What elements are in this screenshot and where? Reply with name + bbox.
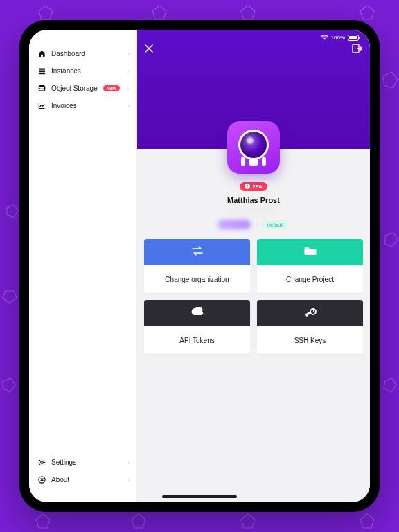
svg-rect-25 bbox=[247, 185, 248, 187]
card-header bbox=[257, 300, 363, 326]
card-header bbox=[257, 239, 363, 265]
card-ssh-keys[interactable]: SSH Keys bbox=[257, 300, 363, 354]
svg-marker-2 bbox=[241, 6, 255, 19]
tablet-device-frame: 100% Dashboard › Instances bbox=[19, 20, 380, 512]
svg-rect-17 bbox=[38, 68, 44, 69]
sidebar-item-label: Invoices bbox=[51, 102, 77, 109]
logout-icon[interactable] bbox=[352, 44, 363, 53]
chevron-right-icon: › bbox=[127, 68, 130, 75]
screen: 100% Dashboard › Instances bbox=[29, 30, 370, 502]
svg-rect-15 bbox=[349, 36, 357, 39]
card-label: SSH Keys bbox=[294, 337, 326, 344]
action-cards: Change organization Change Project bbox=[137, 239, 370, 362]
sidebar-item-label: Instances bbox=[51, 67, 81, 75]
wifi-icon bbox=[321, 35, 328, 40]
sidebar-item-dashboard[interactable]: Dashboard › bbox=[29, 45, 136, 62]
new-badge: New bbox=[103, 85, 120, 91]
svg-marker-0 bbox=[39, 6, 53, 19]
user-name: Matthias Prost bbox=[137, 196, 370, 204]
svg-point-27 bbox=[310, 309, 316, 314]
main-panel: 2FA Matthias Prost › default bbox=[137, 30, 370, 502]
chevron-right-icon: › bbox=[127, 85, 130, 92]
chevron-right-icon: › bbox=[127, 459, 130, 466]
swap-icon bbox=[190, 246, 204, 258]
cloud-icon bbox=[190, 307, 205, 319]
svg-marker-1 bbox=[152, 6, 166, 19]
sidebar-item-about[interactable]: About › bbox=[29, 471, 136, 488]
server-icon bbox=[37, 67, 46, 75]
card-change-organization[interactable]: Change organization bbox=[144, 239, 250, 293]
svg-marker-3 bbox=[360, 6, 374, 19]
home-icon bbox=[37, 50, 46, 57]
card-label: Change Project bbox=[286, 276, 334, 283]
sidebar-item-object-storage[interactable]: Object Storage New › bbox=[29, 80, 136, 97]
gear-icon bbox=[37, 459, 46, 466]
card-header bbox=[144, 239, 250, 265]
close-icon[interactable] bbox=[144, 44, 154, 53]
svg-marker-6 bbox=[3, 291, 17, 303]
card-change-project[interactable]: Change Project bbox=[257, 239, 363, 293]
svg-marker-9 bbox=[384, 378, 396, 392]
svg-marker-4 bbox=[383, 72, 398, 88]
svg-rect-19 bbox=[38, 73, 44, 74]
svg-rect-26 bbox=[247, 187, 248, 188]
svg-marker-10 bbox=[360, 514, 374, 528]
profile-hero bbox=[137, 30, 370, 149]
svg-marker-11 bbox=[241, 514, 255, 528]
status-bar: 100% bbox=[39, 33, 360, 42]
card-api-tokens[interactable]: API Tokens bbox=[144, 300, 250, 354]
svg-marker-7 bbox=[3, 378, 15, 392]
twofa-label: 2FA bbox=[252, 184, 263, 190]
sidebar-item-instances[interactable]: Instances › bbox=[29, 62, 136, 80]
sidebar-item-invoices[interactable]: Invoices › bbox=[29, 97, 136, 114]
sidebar-nav-list: Dashboard › Instances › Object Storage N… bbox=[29, 45, 136, 114]
svg-point-21 bbox=[40, 461, 43, 464]
svg-rect-18 bbox=[38, 71, 44, 72]
chevron-right-icon: › bbox=[127, 477, 130, 484]
svg-point-28 bbox=[312, 310, 314, 312]
battery-icon bbox=[348, 35, 360, 41]
svg-marker-13 bbox=[36, 514, 50, 528]
twofa-badge: 2FA bbox=[240, 182, 267, 191]
card-label: Change organization bbox=[165, 276, 229, 283]
card-header bbox=[144, 300, 250, 326]
user-email-redacted bbox=[229, 207, 278, 215]
crumb-org-redacted bbox=[218, 220, 251, 229]
sidebar-item-settings[interactable]: Settings › bbox=[29, 454, 136, 471]
sidebar-bottom-list: Settings › About › bbox=[29, 454, 136, 502]
svg-rect-16 bbox=[359, 37, 360, 39]
chevron-right-icon: › bbox=[127, 103, 130, 109]
chevron-right-icon: › bbox=[127, 51, 130, 57]
crumb-project: default bbox=[261, 220, 289, 229]
svg-marker-12 bbox=[132, 514, 145, 528]
svg-marker-8 bbox=[385, 233, 398, 247]
chart-icon bbox=[37, 102, 46, 109]
key-icon bbox=[303, 307, 317, 319]
svg-point-20 bbox=[39, 85, 44, 87]
sidebar-item-label: Settings bbox=[51, 459, 76, 466]
home-indicator bbox=[162, 495, 237, 498]
sidebar: Dashboard › Instances › Object Storage N… bbox=[29, 30, 137, 502]
info-icon bbox=[37, 476, 46, 484]
sidebar-item-label: Dashboard bbox=[51, 50, 85, 57]
sidebar-item-label: Object Storage bbox=[51, 85, 98, 92]
battery-percent: 100% bbox=[331, 35, 345, 41]
card-label: API Tokens bbox=[179, 337, 214, 344]
app-logo bbox=[227, 121, 280, 174]
svg-marker-5 bbox=[7, 205, 18, 218]
database-icon bbox=[37, 85, 46, 92]
sidebar-item-label: About bbox=[51, 476, 69, 484]
breadcrumb: › default bbox=[137, 220, 370, 229]
chevron-right-icon: › bbox=[255, 221, 257, 228]
folder-icon bbox=[303, 246, 317, 258]
